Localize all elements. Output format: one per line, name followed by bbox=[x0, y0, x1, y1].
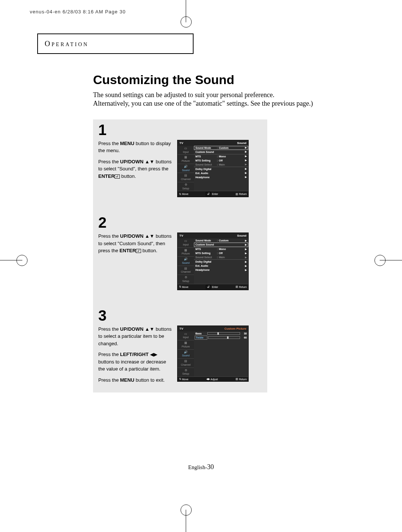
step-3-text: Press the UP/DOWN ▲▼ buttons to select a… bbox=[98, 326, 173, 388]
return-icon: ▥ bbox=[236, 193, 238, 196]
step-number: 2 bbox=[98, 214, 262, 231]
osd-sidebar: ▭Input ▦Picture 🔊Sound ▤Channel ⚙Setup bbox=[178, 146, 194, 191]
page-content: Operation Customizing the Sound The soun… bbox=[37, 33, 365, 392]
step-3: 3 Press the UP/DOWN ▲▼ buttons to select… bbox=[98, 305, 262, 388]
channel-icon: ▤ bbox=[184, 174, 187, 177]
move-icon: ⇅ bbox=[179, 193, 181, 196]
step-2-text: Press the UP/DOWN ▲▼ buttons to select "… bbox=[98, 233, 173, 258]
osd-side-picture: ▦Picture bbox=[178, 154, 194, 163]
enter-icon: ↲ bbox=[206, 192, 211, 196]
enter-icon: ↲ bbox=[136, 249, 141, 253]
osd-section-label: Sound bbox=[237, 141, 246, 145]
intro-line-1: The sound settings can be adjusted to su… bbox=[93, 91, 274, 99]
sound-icon: 🔊 bbox=[184, 165, 188, 169]
osd-side-channel: ▤Channel bbox=[178, 173, 194, 182]
registration-mark-bottom bbox=[179, 510, 194, 532]
osd-menu-3: TV Custom Picture ▭Input ▦Picture 🔊Sound… bbox=[177, 326, 249, 382]
step-number: 3 bbox=[98, 307, 262, 324]
osd-tv-label: TV bbox=[179, 141, 183, 145]
page-footer: English-30 bbox=[0, 463, 402, 471]
slider-treble: Treble 60 bbox=[194, 336, 248, 340]
osd-footer: ⇅Move ↲Enter ▥Return bbox=[178, 191, 248, 197]
osd-side-sound: 🔊Sound bbox=[178, 164, 194, 173]
section-label-box: Operation bbox=[37, 33, 194, 54]
steps-block: 1 Press the MENU button to display the m… bbox=[93, 119, 267, 392]
registration-mark-right bbox=[380, 253, 402, 268]
osd-menu-1: TV Sound ▭Input ▦Picture 🔊Sound ▤Channel… bbox=[177, 140, 249, 197]
slider-bass: Bass 30 bbox=[194, 331, 248, 336]
registration-mark-left bbox=[0, 253, 22, 268]
input-icon: ▭ bbox=[184, 147, 187, 150]
step-2: 2 Press the UP/DOWN ▲▼ buttons to select… bbox=[98, 212, 262, 290]
step-number: 1 bbox=[98, 122, 262, 138]
step-1-text: Press the MENU button to display the men… bbox=[98, 140, 173, 184]
step-1: 1 Press the MENU button to display the m… bbox=[98, 119, 262, 197]
osd-side-input: ▭Input bbox=[178, 146, 194, 154]
proof-header: venus-04-en 6/28/03 8:16 AM Page 30 bbox=[30, 9, 126, 15]
picture-icon: ▦ bbox=[184, 156, 187, 159]
setup-icon: ⚙ bbox=[185, 183, 187, 187]
osd-side-setup: ⚙Setup bbox=[178, 182, 194, 191]
osd-main-1: Sound Mode:Custom▶ Custom Sound▶ MTS:Mon… bbox=[194, 146, 248, 191]
section-label: Operation bbox=[45, 39, 89, 48]
page-title: Customizing the Sound bbox=[93, 73, 365, 87]
intro-line-2: Alternatively, you can use one of the "a… bbox=[93, 100, 313, 107]
osd-menu-2: TV Sound ▭Input ▦Picture 🔊Sound ▤Channel… bbox=[177, 233, 249, 290]
registration-mark-top bbox=[179, 0, 194, 22]
page-intro: The sound settings can be adjusted to su… bbox=[93, 91, 365, 108]
enter-icon: ↲ bbox=[115, 174, 120, 179]
